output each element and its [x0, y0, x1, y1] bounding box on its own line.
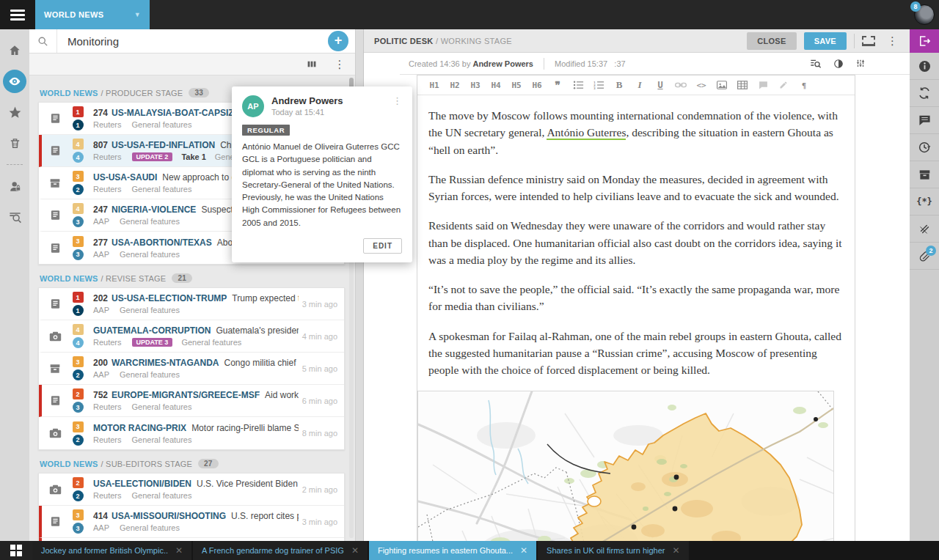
workqueue-tab[interactable]: Fighting resumes in eastern Ghouta... ✕ — [369, 541, 536, 560]
attachments-tab-button[interactable]: 2 — [910, 243, 939, 270]
pilcrow-button[interactable]: ¶ — [794, 77, 814, 93]
create-item-button[interactable]: + — [328, 31, 348, 51]
bold-button[interactable]: B — [610, 77, 629, 93]
heading-button-h6[interactable]: H6 — [527, 77, 547, 93]
close-icon[interactable]: ✕ — [520, 545, 527, 556]
article-paragraph[interactable]: The move by Moscow follows mounting inte… — [428, 107, 844, 158]
suggestions-tab-button[interactable] — [910, 215, 939, 243]
send-to-button[interactable] — [910, 29, 939, 53]
annotated-text[interactable]: António Guterres — [547, 126, 626, 140]
macros-tab-button[interactable]: {*} — [910, 188, 939, 215]
priority-badge: 3 — [73, 236, 84, 247]
comments-icon — [918, 114, 931, 126]
close-icon[interactable]: ✕ — [351, 545, 359, 556]
comments-tab-button[interactable] — [910, 107, 939, 134]
list-item[interactable]: 4 4 GUATEMALA-CORRUPTIONGuatemala's pres… — [39, 320, 344, 353]
column-view-toggle[interactable] — [301, 56, 323, 73]
item-source: AAP — [93, 250, 109, 259]
ingest-item-icon — [49, 364, 61, 374]
underline-button[interactable]: U — [651, 77, 670, 93]
list-item[interactable]: 3 2 200WARCRIMES-NTAGANDACongo militia c… — [39, 353, 344, 385]
minimize-to-bar-icon[interactable] — [862, 36, 875, 46]
search-input[interactable]: Monitoring — [57, 35, 328, 48]
search-icon[interactable] — [29, 29, 57, 53]
list-item[interactable]: 2 3 752EUROPE-MIGRANTS/GREECE-MSFAid wor… — [39, 385, 344, 417]
article-body[interactable]: The move by Moscow follows mounting inte… — [417, 95, 855, 378]
breadcrumb-desk: POLITIC DESK — [374, 37, 434, 45]
heading-button-h5[interactable]: H5 — [507, 77, 526, 93]
find-replace-icon[interactable] — [810, 59, 822, 69]
stage-desk-link[interactable]: WORLD NEWS — [40, 89, 98, 97]
article-paragraph[interactable]: A spokesman for Failaq al-Rahman, one of… — [428, 328, 844, 379]
popup-menu-button[interactable]: ⋮ — [392, 95, 402, 106]
article-map-figure — [417, 391, 834, 541]
popup-body-text: António Manuel de Oliveira Guterres GCC … — [242, 141, 402, 229]
article-paragraph[interactable]: Residents said on Wednesday they were un… — [428, 217, 844, 268]
list-item[interactable]: 1 1 202US-USA-ELECTION-TRUMPTrump expect… — [39, 288, 344, 320]
article-paragraph[interactable]: “It’s not to save the people,” the offic… — [428, 281, 844, 315]
stage-desk-link[interactable]: WORLD NEWS — [40, 460, 98, 468]
article-paragraph[interactable]: The Russian defence ministry said on Mon… — [428, 171, 844, 205]
item-number: 202 — [93, 293, 108, 303]
starred-button[interactable] — [0, 97, 29, 128]
ordered-list-button[interactable]: 123 — [589, 77, 608, 93]
user-avatar[interactable]: 8 — [910, 0, 939, 29]
workqueue-tab[interactable]: Jockey and former British Olympic.. ✕ — [32, 541, 191, 560]
heading-button-h1[interactable]: H1 — [425, 77, 444, 93]
blockquote-button[interactable]: ❞ — [548, 77, 567, 93]
editor-settings-icon[interactable] — [855, 59, 866, 69]
item-headline: Congo militia chief Ntaganda... — [224, 358, 299, 368]
close-icon[interactable]: ✕ — [672, 545, 679, 556]
urgency-badge: 3 — [73, 249, 84, 260]
link-button[interactable] — [671, 77, 690, 93]
workqueue-grid-button[interactable] — [0, 541, 32, 560]
urgency-badge: 1 — [73, 119, 84, 130]
desk-selector-dropdown[interactable]: WORLD NEWS ▼ — [35, 0, 150, 29]
info-tab-button[interactable] — [910, 53, 939, 80]
list-item[interactable]: 3 2 MOTOR RACING-PRIXMotor racing-Pirell… — [39, 417, 344, 449]
editor-menu-button[interactable]: ⋮ — [883, 34, 902, 48]
table-button[interactable] — [733, 77, 752, 93]
close-button[interactable]: CLOSE — [747, 32, 796, 50]
urgency-badge: 2 — [73, 435, 84, 446]
popup-edit-button[interactable]: EDIT — [363, 238, 402, 254]
item-source: Reuters — [93, 491, 122, 500]
unordered-list-button[interactable] — [569, 77, 588, 93]
header-separator — [854, 34, 855, 48]
save-button[interactable]: SAVE — [804, 32, 847, 50]
item-number: 200 — [93, 358, 108, 368]
workqueue-tab[interactable]: Shares in UK oil firms turn higher ✕ — [538, 541, 688, 560]
home-button[interactable] — [0, 35, 29, 66]
monitoring-button[interactable] — [0, 66, 29, 97]
info-icon — [918, 59, 932, 73]
close-icon[interactable]: ✕ — [175, 545, 183, 556]
packages-tab-button[interactable] — [910, 161, 939, 188]
hamburger-menu-button[interactable] — [0, 0, 35, 29]
italic-button[interactable]: I — [630, 77, 649, 93]
workqueue-tab[interactable]: A French gendarme dog trainer of PSIG ✕ — [193, 541, 368, 560]
global-search-button[interactable] — [0, 202, 29, 232]
stage-desk-link[interactable]: WORLD NEWS — [40, 274, 98, 283]
priority-badge: 1 — [73, 106, 84, 117]
heading-button-h2[interactable]: H2 — [445, 77, 464, 93]
heading-button-h4[interactable]: H4 — [486, 77, 505, 93]
spike-trash-button[interactable] — [0, 128, 29, 158]
embed-image-button[interactable] — [712, 77, 731, 93]
editor-header: POLITIC DESK / WORKING STAGE CLOSE SAVE … — [364, 29, 910, 53]
associations-tab-button[interactable] — [910, 80, 939, 107]
item-number: 247 — [93, 205, 108, 215]
annotate-pencil-button[interactable] — [774, 77, 793, 93]
comment-button[interactable] — [753, 77, 772, 93]
stage-name: / SUB-EDITORS STAGE — [101, 460, 192, 468]
list-item[interactable]: 2 2 USA-ELECTIONI/BIDENU.S. Vice Preside… — [39, 474, 344, 506]
theme-contrast-icon[interactable] — [833, 59, 844, 69]
trash-icon — [9, 137, 21, 150]
personal-items-button[interactable] — [0, 171, 29, 202]
monitoring-menu-button[interactable]: ⋮ — [329, 56, 351, 73]
list-item[interactable]: 3 3 414USA-MISSOURI/SHOOTINGU.S. report … — [39, 506, 344, 538]
heading-button-h3[interactable]: H3 — [466, 77, 485, 93]
code-button[interactable]: <> — [692, 77, 711, 93]
item-headline: Aid worker warns of w... — [265, 390, 299, 400]
item-slugline: MOTOR RACING-PRIX — [93, 423, 186, 433]
history-tab-button[interactable] — [910, 134, 939, 161]
